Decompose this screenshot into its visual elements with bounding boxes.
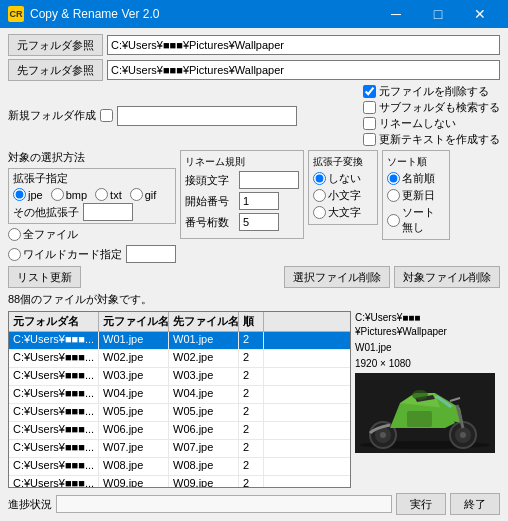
file-table[interactable]: 元フォルダ名 元ファイル名 先ファイル名 順 C:¥Users¥■■■...W0… <box>8 311 351 488</box>
main-panel: 元フォルダ参照 先フォルダ参照 新規フォルダ作成 元ファイルを削除する サブフォ… <box>0 28 508 521</box>
dest-folder-input[interactable] <box>107 60 500 80</box>
ext-change-radio-group: しない 小文字 大文字 <box>313 171 373 220</box>
ext-change-lower-label[interactable]: 小文字 <box>313 188 373 203</box>
ext-gif-radio[interactable] <box>130 188 143 201</box>
table-cell: 2 <box>239 440 264 457</box>
table-row[interactable]: C:¥Users¥■■■...W01.jpeW01.jpe2 <box>9 332 350 350</box>
ext-gif-label[interactable]: gif <box>130 188 157 201</box>
minimize-button[interactable]: ─ <box>376 0 416 28</box>
table-row[interactable]: C:¥Users¥■■■...W08.jpeW08.jpe2 <box>9 458 350 476</box>
table-row[interactable]: C:¥Users¥■■■...W04.jpeW04.jpe2 <box>9 386 350 404</box>
table-cell: W02.jpe <box>169 350 239 367</box>
table-cell: W06.jpe <box>169 422 239 439</box>
delete-target-button[interactable]: 対象ファイル削除 <box>394 266 500 288</box>
table-cell: W01.jpe <box>99 332 169 349</box>
table-cell: 2 <box>239 476 264 487</box>
sort-date-label[interactable]: 更新日 <box>387 188 445 203</box>
ext-jpe-label[interactable]: jpe <box>13 188 43 201</box>
file-count: 88個のファイルが対象です。 <box>8 292 500 307</box>
ext-txt-label[interactable]: txt <box>95 188 122 201</box>
ext-bmp-label[interactable]: bmp <box>51 188 87 201</box>
no-rename-checkbox-label[interactable]: リネームしない <box>363 116 500 131</box>
table-cell: W02.jpe <box>99 350 169 367</box>
app-icon: CR <box>8 6 24 22</box>
sort-none-label[interactable]: ソート無し <box>387 205 445 235</box>
table-body[interactable]: C:¥Users¥■■■...W01.jpeW01.jpe2C:¥Users¥■… <box>9 332 350 487</box>
table-cell: 2 <box>239 404 264 421</box>
dest-folder-button[interactable]: 先フォルダ参照 <box>8 59 103 81</box>
preview-image <box>355 373 495 453</box>
new-folder-input[interactable] <box>117 106 297 126</box>
table-row[interactable]: C:¥Users¥■■■...W02.jpeW02.jpe2 <box>9 350 350 368</box>
maximize-button[interactable]: □ <box>418 0 458 28</box>
start-num-input[interactable] <box>239 192 279 210</box>
preview-path: C:¥Users¥■■■ ¥Pictures¥Wallpaper <box>355 311 500 339</box>
table-cell: W01.jpe <box>169 332 239 349</box>
sort-none-radio[interactable] <box>387 214 400 227</box>
preview-panel: C:¥Users¥■■■ ¥Pictures¥Wallpaper W01.jpe… <box>355 311 500 488</box>
search-subfolders-checkbox[interactable] <box>363 101 376 114</box>
table-cell: W09.jpe <box>169 476 239 487</box>
all-files-label[interactable]: 全ファイル <box>8 227 176 242</box>
wildcard-label[interactable]: ワイルドカード指定 <box>8 247 122 262</box>
create-update-text-checkbox[interactable] <box>363 133 376 146</box>
create-update-text-checkbox-label[interactable]: 更新テキストを作成する <box>363 132 500 147</box>
table-cell: 2 <box>239 386 264 403</box>
source-folder-input[interactable] <box>107 35 500 55</box>
exit-button[interactable]: 終了 <box>450 493 500 515</box>
wildcard-radio[interactable] <box>8 248 21 261</box>
table-header: 元フォルダ名 元ファイル名 先ファイル名 順 <box>9 312 350 332</box>
other-ext-row: その他拡張子 <box>13 203 171 221</box>
ext-txt-radio[interactable] <box>95 188 108 201</box>
table-cell: W08.jpe <box>169 458 239 475</box>
search-subfolders-checkbox-label[interactable]: サブフォルダも検索する <box>363 100 500 115</box>
other-ext-input[interactable] <box>83 203 133 221</box>
delete-source-checkbox[interactable] <box>363 85 376 98</box>
ext-jpe-radio[interactable] <box>13 188 26 201</box>
prefix-input[interactable] <box>239 171 299 189</box>
table-cell: W04.jpe <box>169 386 239 403</box>
table-row[interactable]: C:¥Users¥■■■...W07.jpeW07.jpe2 <box>9 440 350 458</box>
digit-input[interactable] <box>239 213 279 231</box>
table-row[interactable]: C:¥Users¥■■■...W09.jpeW09.jpe2 <box>9 476 350 487</box>
bottom-area: 元フォルダ名 元ファイル名 先ファイル名 順 C:¥Users¥■■■...W0… <box>8 311 500 488</box>
ext-change-upper-radio[interactable] <box>313 206 326 219</box>
table-cell: 2 <box>239 350 264 367</box>
form-area: 対象の選択方法 拡張子指定 jpe bmp txt <box>8 150 500 263</box>
new-folder-checkbox[interactable] <box>100 109 113 122</box>
table-row[interactable]: C:¥Users¥■■■...W06.jpeW06.jpe2 <box>9 422 350 440</box>
table-row[interactable]: C:¥Users¥■■■...W03.jpeW03.jpe2 <box>9 368 350 386</box>
execute-button[interactable]: 実行 <box>396 493 446 515</box>
sort-name-label[interactable]: 名前順 <box>387 171 445 186</box>
no-rename-checkbox[interactable] <box>363 117 376 130</box>
all-files-radio[interactable] <box>8 228 21 241</box>
close-button[interactable]: ✕ <box>460 0 500 28</box>
ext-radio-group: jpe bmp txt gif <box>13 188 171 201</box>
action-row: リスト更新 選択ファイル削除 対象ファイル削除 <box>8 266 500 288</box>
ext-bmp-radio[interactable] <box>51 188 64 201</box>
ext-change-lower-radio[interactable] <box>313 189 326 202</box>
table-cell: C:¥Users¥■■■... <box>9 422 99 439</box>
ext-change-none-label[interactable]: しない <box>313 171 373 186</box>
status-progress-bar <box>56 495 392 513</box>
source-folder-button[interactable]: 元フォルダ参照 <box>8 34 103 56</box>
sort-box: ソート順 名前順 更新日 ソート無し <box>382 150 450 240</box>
ext-change-upper-label[interactable]: 大文字 <box>313 205 373 220</box>
sort-radio-group: 名前順 更新日 ソート無し <box>387 171 445 235</box>
wildcard-row: ワイルドカード指定 <box>8 245 176 263</box>
sort-date-radio[interactable] <box>387 189 400 202</box>
left-form: 対象の選択方法 拡張子指定 jpe bmp txt <box>8 150 176 263</box>
sort-name-radio[interactable] <box>387 172 400 185</box>
wildcard-input[interactable] <box>126 245 176 263</box>
list-update-button[interactable]: リスト更新 <box>8 266 81 288</box>
table-row[interactable]: C:¥Users¥■■■...W05.jpeW05.jpe2 <box>9 404 350 422</box>
window-title: Copy & Rename Ver 2.0 <box>30 7 376 21</box>
table-cell: W07.jpe <box>169 440 239 457</box>
sort-label: ソート順 <box>387 155 445 169</box>
ext-change-none-radio[interactable] <box>313 172 326 185</box>
table-cell: C:¥Users¥■■■... <box>9 332 99 349</box>
delete-source-checkbox-label[interactable]: 元ファイルを削除する <box>363 84 500 99</box>
delete-selected-button[interactable]: 選択ファイル削除 <box>284 266 390 288</box>
table-cell: C:¥Users¥■■■... <box>9 440 99 457</box>
table-cell: C:¥Users¥■■■... <box>9 368 99 385</box>
